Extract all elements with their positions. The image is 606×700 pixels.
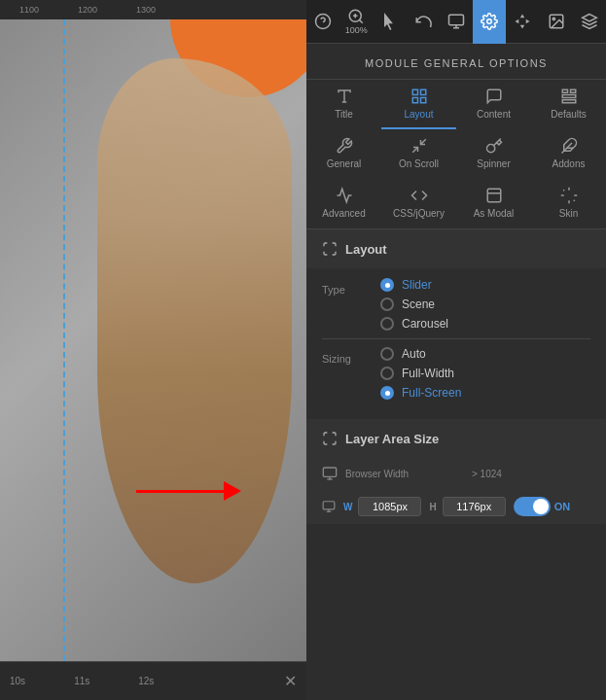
svg-line-23 — [420, 139, 425, 144]
layout-section-title: Layout — [345, 242, 387, 257]
canvas-background — [0, 0, 306, 700]
type-scene-radio[interactable] — [380, 298, 394, 311]
type-slider-option[interactable]: Slider — [380, 278, 448, 292]
zoom-button[interactable]: 100% — [339, 0, 373, 44]
tab-general-label: General — [327, 158, 362, 169]
tab-as-modal[interactable]: As Modal — [456, 179, 531, 228]
arrow-indicator — [136, 476, 253, 506]
tab-title[interactable]: Title — [306, 80, 381, 129]
svg-rect-21 — [562, 95, 576, 98]
svg-line-32 — [573, 200, 574, 201]
tab-content-label: Content — [477, 109, 511, 120]
height-input-group: H — [429, 497, 505, 516]
type-carousel-label: Carousel — [402, 317, 448, 331]
layer-section-title: Layer Area Size — [345, 432, 439, 446]
media-button[interactable] — [540, 0, 573, 44]
sizing-full-screen-radio[interactable] — [380, 386, 394, 400]
sizing-full-width-radio[interactable] — [380, 367, 394, 380]
sizing-full-width-option[interactable]: Full-Width — [380, 367, 461, 380]
tab-addons[interactable]: Addons — [531, 129, 606, 179]
ruler: 1100 1200 1300 — [0, 0, 306, 19]
layers-button[interactable] — [573, 0, 606, 44]
svg-line-3 — [360, 19, 363, 22]
monitor-button[interactable] — [440, 0, 473, 44]
type-row: Type Slider Scene Carousel — [322, 278, 590, 331]
tab-advanced-label: Advanced — [322, 208, 365, 219]
svg-line-31 — [563, 190, 564, 191]
tab-advanced[interactable]: Advanced — [306, 179, 381, 228]
svg-rect-18 — [420, 98, 425, 103]
svg-marker-12 — [582, 15, 596, 22]
svg-rect-22 — [562, 100, 576, 103]
settings-button[interactable] — [473, 0, 506, 44]
type-carousel-option[interactable]: Carousel — [380, 317, 448, 331]
svg-rect-38 — [323, 502, 335, 509]
svg-rect-17 — [412, 98, 417, 103]
tab-on-scroll[interactable]: On Scroll — [381, 129, 456, 179]
sizing-full-width-label: Full-Width — [402, 367, 454, 380]
arrow-head — [224, 481, 241, 501]
cursor-button[interactable] — [373, 0, 406, 44]
right-panel: 100% — [306, 0, 606, 700]
tab-general[interactable]: General — [306, 129, 381, 179]
tab-spinner-label: Spinner — [477, 158, 510, 169]
browser-width-value: > 1024 — [472, 469, 590, 479]
toggle-track[interactable] — [514, 497, 551, 516]
type-radio-group: Slider Scene Carousel — [380, 278, 448, 331]
tab-spinner[interactable]: Spinner — [456, 129, 531, 179]
on-toggle[interactable]: ON — [514, 497, 571, 516]
help-button[interactable] — [306, 0, 339, 44]
type-slider-radio[interactable] — [380, 278, 394, 292]
svg-rect-35 — [323, 468, 336, 476]
dimension-inputs-row: W H ON — [306, 489, 606, 524]
toggle-label: ON — [554, 501, 571, 512]
sizing-radio-group: Auto Full-Width Full-Screen — [380, 347, 461, 400]
svg-rect-16 — [420, 89, 425, 94]
type-scene-label: Scene — [402, 298, 435, 311]
undo-button[interactable] — [407, 0, 440, 44]
top-toolbar: 100% — [306, 0, 606, 44]
tab-on-scroll-label: On Scroll — [399, 158, 439, 169]
sizing-full-screen-option[interactable]: Full-Screen — [380, 386, 461, 400]
svg-line-24 — [412, 148, 417, 153]
svg-point-9 — [487, 19, 492, 24]
tab-defaults[interactable]: Defaults — [531, 80, 606, 129]
timeline-mark-1: 10s — [10, 676, 25, 686]
tab-addons-label: Addons — [553, 158, 586, 169]
sizing-auto-radio[interactable] — [380, 347, 394, 361]
tab-content[interactable]: Content — [456, 80, 531, 129]
svg-point-11 — [553, 18, 554, 19]
tab-skin[interactable]: Skin — [531, 179, 606, 228]
layer-section-header: Layer Area Size — [306, 419, 606, 458]
sizing-auto-label: Auto — [402, 347, 426, 361]
type-carousel-radio[interactable] — [380, 317, 394, 331]
layer-area-section: Layer Area Size Browser Width > 1024 — [306, 419, 606, 524]
ruler-mark-2: 1200 — [78, 5, 97, 15]
height-input[interactable] — [443, 497, 506, 516]
form-divider — [322, 338, 590, 339]
type-label: Type — [322, 278, 380, 296]
form-section-layout: Type Slider Scene Carousel — [306, 268, 606, 415]
sizing-row: Sizing Auto Full-Width Full-Screen — [322, 347, 590, 400]
height-letter: H — [429, 502, 436, 512]
tab-defaults-label: Defaults — [551, 109, 587, 120]
width-input-group: W — [343, 497, 421, 516]
timeline-mark-2: 11s — [74, 676, 89, 686]
sizing-label: Sizing — [322, 347, 380, 365]
arrow-line — [136, 490, 224, 493]
type-scene-option[interactable]: Scene — [380, 298, 448, 311]
sizing-auto-option[interactable]: Auto — [380, 347, 461, 361]
tab-css-jquery[interactable]: CSS/jQuery — [381, 179, 456, 228]
zoom-label: 100% — [345, 25, 368, 35]
width-input[interactable] — [358, 497, 421, 516]
svg-rect-15 — [412, 89, 417, 94]
tab-as-modal-label: As Modal — [474, 208, 515, 219]
nav-tabs: Title Layout Content Defaults — [306, 80, 606, 229]
toggle-thumb — [533, 499, 549, 514]
timeline-close-button[interactable]: ✕ — [284, 672, 297, 690]
canvas-area: 1100 1200 1300 10s 11s 12s ✕ — [0, 0, 306, 700]
move-button[interactable] — [506, 0, 539, 44]
browser-width-row: Browser Width > 1024 — [306, 458, 606, 489]
layout-section-header: Layout — [306, 229, 606, 268]
tab-layout[interactable]: Layout — [381, 80, 456, 129]
